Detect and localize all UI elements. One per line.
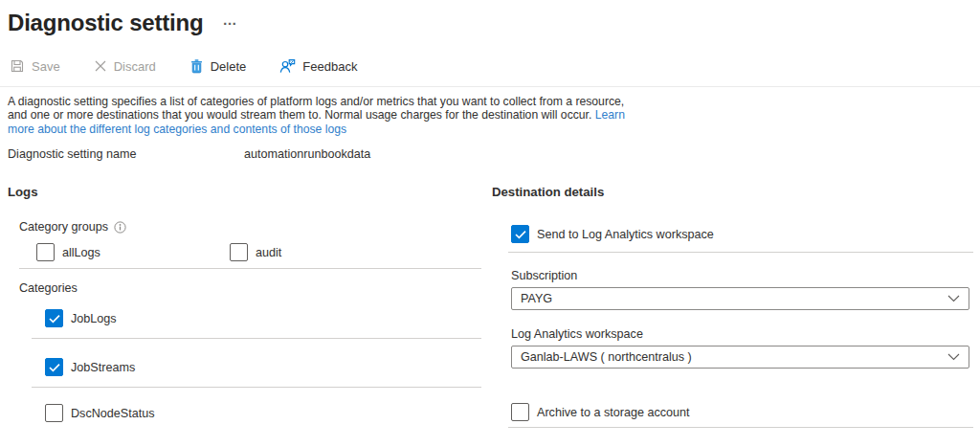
info-icon[interactable]: [114, 221, 126, 234]
checkbox-row-send-to-law[interactable]: Send to Log Analytics workspace: [511, 225, 980, 243]
dscnodestatus-label: DscNodeStatus: [71, 407, 155, 420]
category-groups-label: Category groups: [19, 220, 108, 235]
description-line1: A diagnostic setting specifies a list of…: [8, 95, 980, 108]
chevron-down-icon: [947, 353, 960, 361]
delete-label: Delete: [211, 59, 247, 74]
divider: [32, 387, 481, 388]
feedback-icon: [279, 58, 296, 74]
category-groups-row: allLogs audit: [36, 243, 483, 261]
checkbox-row-alllogs[interactable]: allLogs: [36, 243, 230, 261]
delete-button[interactable]: Delete: [189, 58, 247, 74]
divider: [32, 338, 481, 339]
joblogs-label: JobLogs: [71, 312, 117, 325]
divider: [19, 268, 481, 269]
feedback-label: Feedback: [302, 59, 357, 74]
save-icon: [10, 58, 25, 74]
discard-label: Discard: [114, 59, 156, 74]
description-line2: and one or more destinations that you wo…: [8, 108, 980, 122]
checkbox-row-archive[interactable]: Archive to a storage account: [511, 403, 980, 421]
alllogs-checkbox[interactable]: [36, 243, 55, 261]
diagnostic-setting-page: Diagnostic setting … Save Discard Delete: [0, 0, 980, 447]
jobstreams-label: JobStreams: [71, 361, 135, 374]
send-to-law-checkbox[interactable]: [511, 225, 529, 243]
toolbar-divider: [0, 86, 980, 87]
save-button[interactable]: Save: [10, 58, 60, 74]
checkbox-row-jobstreams[interactable]: JobStreams: [45, 358, 483, 376]
alllogs-label: allLogs: [62, 246, 100, 259]
category-groups-label-row: Category groups: [19, 220, 483, 235]
discard-icon: [94, 59, 107, 73]
more-menu-button[interactable]: …: [222, 11, 237, 28]
subscription-value: PAYG: [521, 292, 552, 305]
destination-section: Destination details Send to Log Analytic…: [483, 185, 980, 428]
joblogs-checkbox[interactable]: [45, 309, 63, 327]
title-row: Diagnostic setting …: [0, 0, 980, 36]
checkbox-row-audit[interactable]: audit: [230, 243, 281, 261]
workspace-select[interactable]: Ganlab-LAWS ( northcentralus ): [511, 346, 969, 369]
workspace-value: Ganlab-LAWS ( northcentralus ): [521, 350, 692, 364]
diagnostic-name-row: Diagnostic setting name automationrunboo…: [8, 147, 980, 161]
jobstreams-checkbox[interactable]: [45, 358, 63, 376]
checkbox-row-dscnodestatus[interactable]: DscNodeStatus: [45, 404, 483, 422]
destination-header: Destination details: [492, 185, 980, 200]
toolbar: Save Discard Delete Feedback: [10, 55, 980, 78]
divider: [508, 252, 973, 253]
divider: [508, 427, 973, 428]
page-title: Diagnostic setting: [8, 10, 203, 36]
learn-more-link-continued[interactable]: more about the different log categories …: [8, 123, 346, 136]
feedback-button[interactable]: Feedback: [279, 58, 357, 74]
audit-checkbox[interactable]: [230, 243, 248, 261]
archive-checkbox[interactable]: [511, 403, 529, 421]
chevron-down-icon: [947, 295, 960, 302]
description-line3: more about the different log categories …: [8, 123, 980, 136]
audit-label: audit: [256, 246, 281, 259]
diagnostic-name-label: Diagnostic setting name: [8, 147, 244, 161]
workspace-label: Log Analytics workspace: [511, 327, 980, 342]
dscnodestatus-checkbox[interactable]: [45, 404, 63, 422]
logs-section: Logs Category groups allLogs audit Categ: [0, 185, 483, 428]
diagnostic-name-value: automationrunbookdata: [244, 147, 370, 161]
send-to-law-label: Send to Log Analytics workspace: [537, 228, 714, 241]
checkbox-row-joblogs[interactable]: JobLogs: [45, 309, 483, 327]
subscription-select[interactable]: PAYG: [511, 287, 969, 310]
archive-label: Archive to a storage account: [537, 406, 690, 419]
categories-label: Categories: [19, 281, 483, 296]
subscription-label: Subscription: [511, 269, 980, 283]
trash-icon: [189, 58, 204, 74]
save-label: Save: [32, 59, 60, 74]
logs-header: Logs: [8, 185, 483, 200]
learn-more-link[interactable]: Learn: [595, 108, 625, 122]
discard-button[interactable]: Discard: [94, 59, 156, 74]
description: A diagnostic setting specifies a list of…: [8, 95, 980, 136]
